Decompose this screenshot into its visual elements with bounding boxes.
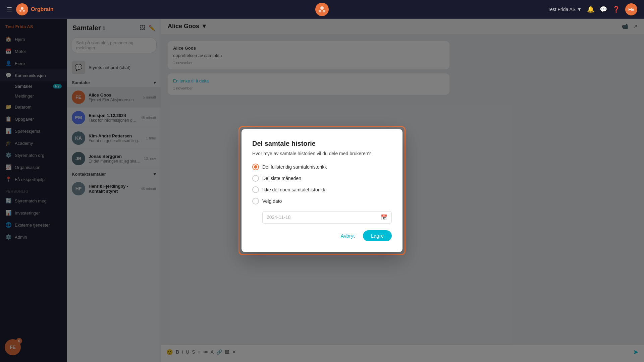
modal-overlay: Del samtale historie Hvor mye av samtale… <box>0 19 644 362</box>
org-selector[interactable]: Test Frida AS ▼ <box>548 7 582 12</box>
chat-icon[interactable]: 💬 <box>600 6 607 13</box>
modal-title: Del samtale historie <box>252 140 392 147</box>
org-name: Test Frida AS <box>548 7 576 12</box>
svg-point-1 <box>19 10 21 12</box>
topbar-right: Test Frida AS ▼ 🔔 💬 ❓ FE <box>548 3 637 15</box>
radio-label-custom-date: Velg dato <box>262 198 282 204</box>
radio-circle-none <box>252 186 259 193</box>
notification-bell-icon[interactable]: 🔔 <box>587 6 594 13</box>
modal-footer: Avbryt Lagre <box>252 230 392 241</box>
radio-circle-full <box>252 164 259 170</box>
svg-point-0 <box>21 7 23 10</box>
date-input-row[interactable]: 2024-11-18 📅 <box>262 211 392 224</box>
hamburger-icon[interactable]: ☰ <box>7 6 12 13</box>
radio-item-custom-date[interactable]: Velg dato <box>252 198 392 204</box>
logo-text: Orgbrain <box>31 6 54 12</box>
radio-label-full: Del fullstendig samtalehistorikk <box>262 164 327 170</box>
center-logo-icon <box>315 3 329 16</box>
calendar-icon[interactable]: 📅 <box>381 214 387 221</box>
radio-circle-custom-date <box>252 198 259 204</box>
radio-label-last-month: Del siste måneden <box>262 176 301 181</box>
radio-item-none[interactable]: Ikke del noen samtalehistorikk <box>252 186 392 193</box>
radio-dot-full <box>254 165 257 169</box>
cancel-button[interactable]: Avbryt <box>336 230 359 241</box>
save-button[interactable]: Lagre <box>363 230 392 241</box>
topbar-left: ☰ Orgbrain <box>7 3 54 15</box>
radio-item-full[interactable]: Del fullstendig samtalehistorikk <box>252 164 392 170</box>
modal-highlight-border: Del samtale historie Hvor mye av samtale… <box>238 126 406 255</box>
radio-group: Del fullstendig samtalehistorikk Del sis… <box>252 164 392 204</box>
svg-point-4 <box>319 10 321 12</box>
svg-point-5 <box>323 10 325 12</box>
radio-circle-last-month <box>252 175 259 182</box>
topbar-center <box>315 3 329 16</box>
modal-subtitle: Hvor mye av samtale historien vil du del… <box>252 151 392 156</box>
radio-label-none: Ikke del noen samtalehistorikk <box>262 187 325 192</box>
date-input-placeholder: 2024-11-18 <box>267 215 377 220</box>
share-history-modal: Del samtale historie Hvor mye av samtale… <box>241 129 402 252</box>
topbar: ☰ Orgbrain Test Frida AS ▼ 🔔 💬 ❓ FE <box>0 0 644 19</box>
radio-item-last-month[interactable]: Del siste måneden <box>252 175 392 182</box>
logo-area: Orgbrain <box>16 3 54 15</box>
user-avatar[interactable]: FE <box>625 3 637 15</box>
help-icon[interactable]: ❓ <box>612 6 620 13</box>
logo-icon <box>16 3 28 15</box>
org-dropdown-icon: ▼ <box>577 7 582 12</box>
svg-point-3 <box>320 6 324 10</box>
svg-point-2 <box>23 10 25 12</box>
